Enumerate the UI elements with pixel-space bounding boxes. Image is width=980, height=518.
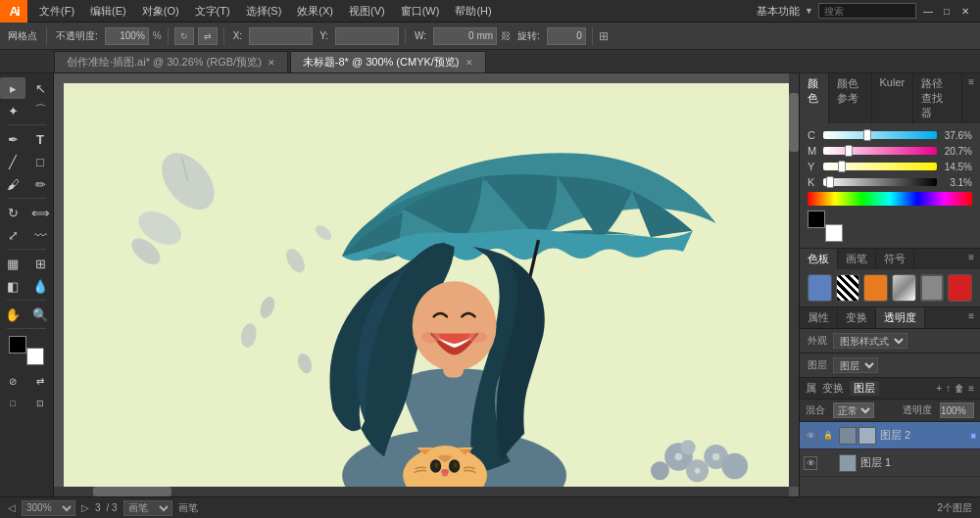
select-tool[interactable]: ▸ [0, 77, 25, 99]
tab-brushes[interactable]: 画笔 [838, 249, 876, 269]
rect-tool[interactable]: □ [27, 151, 53, 172]
layer-item-1[interactable]: 👁 图层 1 [800, 449, 980, 477]
bg-swatch[interactable] [825, 224, 843, 242]
swatches-menu-icon[interactable]: ≡ [962, 249, 980, 269]
tab-settings[interactable]: 变换 [838, 307, 876, 328]
transform-icon[interactable]: ⇄ [198, 27, 218, 45]
tab-kuler[interactable]: Kuler [872, 73, 914, 123]
menu-edit[interactable]: 编辑(E) [83, 2, 133, 21]
swap-colors-icon[interactable]: ⇄ [27, 370, 53, 392]
type-tool[interactable]: T [27, 128, 53, 150]
mesh-tool[interactable]: ⊞ [27, 253, 53, 274]
maximize-button[interactable]: □ [940, 4, 954, 18]
rotate-tool-icon[interactable]: ↻ [174, 27, 194, 45]
paintbrush-tool[interactable]: 🖌 [0, 173, 25, 195]
pencil-tool[interactable]: ✏ [27, 173, 53, 195]
swatch-3[interactable] [892, 274, 916, 302]
tab-0[interactable]: 创作准绘·插图.ai* @ 30.26% (RGB/预览) ✕ [54, 51, 288, 72]
layer-item-2[interactable]: 👁 🔒 图层 2 ■ [800, 422, 980, 449]
horizontal-scrollbar[interactable] [54, 487, 789, 496]
layers-active-tab[interactable]: 图层 [850, 381, 879, 396]
swatch-4[interactable] [920, 274, 945, 302]
tab-color-ref[interactable]: 颜色参考 [829, 73, 871, 123]
menu-window[interactable]: 窗口(W) [394, 2, 447, 21]
swatch-0[interactable] [808, 274, 832, 302]
y-input[interactable]: 318.242 [335, 27, 399, 45]
layer-2-lock[interactable]: 🔒 [821, 429, 835, 443]
x-input[interactable]: 123.096 [249, 27, 313, 45]
tab-0-close[interactable]: ✕ [268, 58, 275, 68]
tab-swatches[interactable]: 色板 [800, 249, 838, 269]
k-slider-thumb[interactable] [826, 176, 834, 188]
color-spectrum-bar[interactable] [808, 192, 972, 206]
opacity-input[interactable] [105, 27, 149, 45]
tab-color[interactable]: 颜色 [800, 73, 829, 123]
layers-arrange-icon[interactable]: ↑ [946, 383, 951, 394]
rotate-input[interactable] [547, 27, 586, 45]
swatch-1[interactable] [836, 274, 860, 302]
menu-select[interactable]: 选择(S) [239, 2, 289, 21]
fg-swatch[interactable] [808, 211, 825, 228]
magic-wand-tool[interactable]: ✦ [0, 100, 25, 121]
scale-tool[interactable]: ⤢ [0, 224, 25, 246]
rotate-tool[interactable]: ↻ [0, 202, 25, 223]
tab-pathfinder[interactable]: 路径查找器 [913, 73, 962, 123]
artboard-next-icon[interactable]: ▷ [81, 502, 89, 513]
eyedropper-tool[interactable]: 💧 [27, 275, 53, 297]
menu-effect[interactable]: 效果(X) [290, 2, 340, 21]
minimize-button[interactable]: — [921, 4, 935, 18]
canvas-area[interactable] [54, 73, 799, 496]
close-button[interactable]: ✕ [958, 4, 972, 18]
m-slider-thumb[interactable] [845, 145, 853, 157]
vertical-scrollbar[interactable] [789, 73, 799, 487]
menu-file[interactable]: 文件(F) [32, 2, 81, 21]
direct-select-tool[interactable]: ↖ [27, 77, 53, 99]
pen-tool[interactable]: ✒ [0, 128, 25, 150]
draw-inside-icon[interactable]: ⊡ [27, 393, 53, 414]
blend-select[interactable]: 正常 [833, 402, 874, 418]
warp-tool[interactable]: 〰 [27, 224, 53, 246]
reflect-tool[interactable]: ⟺ [27, 202, 53, 223]
horizontal-scrollbar-thumb[interactable] [93, 487, 172, 496]
lasso-tool[interactable]: ⌒ [27, 100, 53, 121]
opacity-layers-input[interactable] [940, 402, 974, 418]
hand-tool[interactable]: ✋ [0, 304, 25, 325]
properties-menu-icon[interactable]: ≡ [962, 307, 980, 328]
search-input[interactable] [818, 3, 916, 19]
swatch-5[interactable] [948, 274, 972, 302]
panel-menu-icon[interactable]: ≡ [962, 73, 980, 123]
gradient-tool[interactable]: ◧ [0, 275, 25, 297]
layers-menu-icon[interactable]: ≡ [968, 383, 974, 394]
layer-2-visibility[interactable]: 👁 [804, 429, 817, 443]
graph-tool[interactable]: ▦ [0, 253, 25, 274]
menu-object[interactable]: 对象(O) [135, 2, 186, 21]
c-slider-thumb[interactable] [863, 129, 871, 141]
tab-properties[interactable]: 属性 [800, 307, 838, 328]
background-color-swatch[interactable] [26, 348, 44, 365]
zoom-tool[interactable]: 🔍 [27, 304, 53, 325]
fill-none-icon[interactable]: ⊘ [0, 370, 25, 392]
line-tool[interactable]: ╱ [0, 151, 25, 172]
layer-1-visibility[interactable]: 👁 [804, 456, 817, 470]
menu-help[interactable]: 帮助(H) [448, 2, 498, 21]
menu-type[interactable]: 文字(T) [188, 2, 237, 21]
layers-delete-icon[interactable]: 🗑 [955, 383, 964, 394]
zoom-select[interactable]: 300% 100% 50% [22, 500, 75, 516]
info-select[interactable]: 画笔 [123, 500, 172, 516]
layer-select[interactable]: 图层 [833, 357, 878, 373]
tab-1-close[interactable]: ✕ [466, 58, 473, 68]
tab-symbols[interactable]: 符号 [876, 249, 914, 269]
w-input[interactable] [433, 27, 497, 45]
normal-mode-icon[interactable]: □ [0, 393, 25, 414]
foreground-color-swatch[interactable] [9, 336, 26, 353]
tab-1[interactable]: 未标题-8* @ 300% (CMYK/预览) ✕ [290, 51, 486, 72]
y-slider-thumb[interactable] [838, 161, 846, 172]
swatch-2[interactable] [863, 274, 888, 302]
menu-view[interactable]: 视图(V) [342, 2, 392, 21]
canvas[interactable] [64, 83, 789, 487]
appearance-select[interactable]: 图形样式式 [833, 333, 907, 349]
artboard-prev-icon[interactable]: ◁ [8, 502, 16, 513]
tab-opacity[interactable]: 透明度 [876, 307, 925, 328]
vertical-scrollbar-thumb[interactable] [789, 93, 799, 152]
layers-new-icon[interactable]: + [936, 383, 942, 394]
